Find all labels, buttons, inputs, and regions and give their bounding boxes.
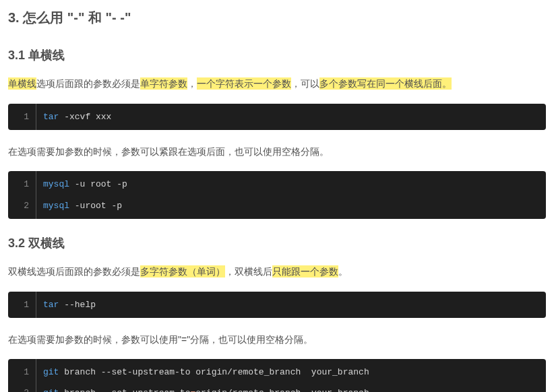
section-heading-3-2: 3.2 双横线 xyxy=(8,232,546,254)
code-block: 1 git branch --set-upstream-to origin/re… xyxy=(8,359,546,392)
code-line: 1 tar --help xyxy=(8,292,546,318)
code-token-arg: -u root -p xyxy=(69,179,127,189)
highlight-text: 一个字符表示一个参数 xyxy=(197,77,291,90)
code-token-cmd: tar xyxy=(43,112,59,122)
code-block: 1 mysql -u root -p 2 mysql -uroot -p xyxy=(8,171,546,219)
line-number: 1 xyxy=(8,104,36,130)
line-number: 2 xyxy=(8,195,36,219)
highlight-text: 单横线 xyxy=(8,77,36,90)
highlight-text: 多字符参数（单词） xyxy=(140,265,225,277)
text: 双横线选项后面跟的参数必须是 xyxy=(8,266,140,277)
code-content: git branch --set-upstream-to origin/remo… xyxy=(36,359,376,383)
code-token-arg: branch --set-upstream-to origin/remote_b… xyxy=(59,367,369,377)
paragraph: 在选项需要加参数的时候，参数可以使用"="分隔，也可以使用空格分隔。 xyxy=(8,331,546,348)
paragraph: 在选项需要加参数的时候，参数可以紧跟在选项后面，也可以使用空格分隔。 xyxy=(8,143,546,160)
section-heading-3-1: 3.1 单横线 xyxy=(8,44,546,66)
code-content: mysql -u root -p xyxy=(36,171,134,195)
code-content: git branch --set-upstream-to=origin/remo… xyxy=(36,383,376,392)
highlight-text: 只能跟一个参数 xyxy=(272,265,338,277)
line-number: 1 xyxy=(8,292,36,318)
code-token-arg: origin/remote_branch your_branch xyxy=(195,388,369,392)
code-block: 1 tar --help xyxy=(8,292,546,318)
code-line: 2 git branch --set-upstream-to=origin/re… xyxy=(8,383,546,392)
code-block: 1 tar -xcvf xxx xyxy=(8,104,546,130)
code-token-arg: -xcvf xxx xyxy=(59,112,111,122)
code-token-cmd: mysql xyxy=(43,179,69,189)
text: 。 xyxy=(338,266,348,277)
code-content: tar -xcvf xxx xyxy=(36,104,118,130)
code-line: 1 mysql -u root -p xyxy=(8,171,546,195)
highlight-text: 多个参数写在同一个横线后面。 xyxy=(319,77,452,90)
code-content: mysql -uroot -p xyxy=(36,195,129,219)
code-token-cmd: git xyxy=(43,388,59,392)
text: ， xyxy=(187,78,197,89)
paragraph: 双横线选项后面跟的参数必须是多字符参数（单词），双横线后只能跟一个参数。 xyxy=(8,263,546,280)
line-number: 2 xyxy=(8,383,36,392)
code-token-arg: branch --set-upstream-to xyxy=(59,388,190,392)
line-number: 1 xyxy=(8,171,36,195)
code-line: 2 mysql -uroot -p xyxy=(8,195,546,219)
code-token-arg: --help xyxy=(59,300,96,310)
code-line: 1 tar -xcvf xxx xyxy=(8,104,546,130)
section-heading-3: 3. 怎么用 "-" 和 "- -" xyxy=(8,5,546,30)
code-token-cmd: git xyxy=(43,367,59,377)
text: 选项后面跟的参数必须是 xyxy=(36,78,140,89)
text: ，可以 xyxy=(291,78,319,89)
text: ，双横线后 xyxy=(225,266,272,277)
code-token-cmd: mysql xyxy=(43,201,69,211)
highlight-text: 单字符参数 xyxy=(140,77,187,90)
code-token-arg: -uroot -p xyxy=(69,201,122,211)
code-line: 1 git branch --set-upstream-to origin/re… xyxy=(8,359,546,383)
code-content: tar --help xyxy=(36,292,102,318)
code-token-cmd: tar xyxy=(43,300,59,310)
line-number: 1 xyxy=(8,359,36,383)
paragraph: 单横线选项后面跟的参数必须是单字符参数，一个字符表示一个参数，可以多个参数写在同… xyxy=(8,75,546,92)
